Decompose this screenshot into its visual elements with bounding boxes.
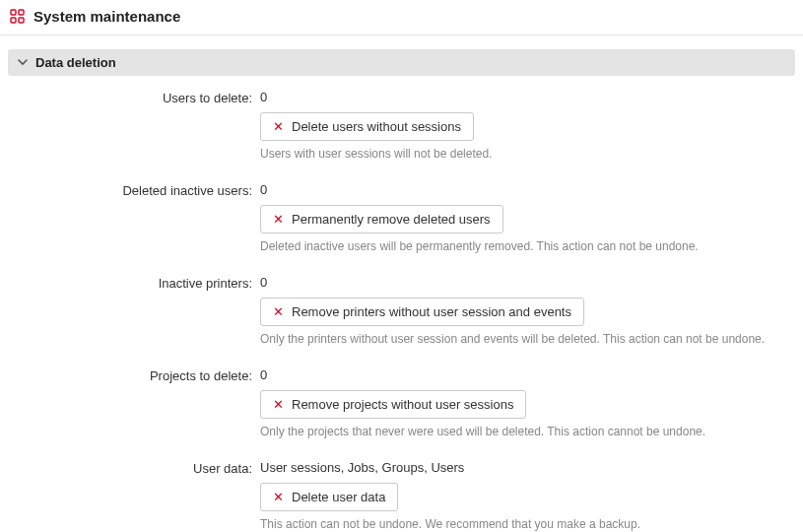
row-users-to-delete: Users to delete: 0 ✕ Delete users withou… <box>8 90 795 161</box>
value: 0 <box>260 182 795 197</box>
button-label: Permanently remove deleted users <box>292 212 491 227</box>
button-label: Remove projects without user sessions <box>292 397 513 412</box>
content-area: Data deletion Users to delete: 0 ✕ Delet… <box>0 35 803 532</box>
svg-rect-2 <box>11 18 16 23</box>
row-label: Deleted inactive users: <box>8 182 260 198</box>
apps-grid-icon <box>10 9 26 25</box>
row-inactive-printers: Inactive printers: 0 ✕ Remove printers w… <box>8 275 795 346</box>
remove-projects-button[interactable]: ✕ Remove projects without user sessions <box>260 390 526 419</box>
chevron-down-icon <box>16 55 30 70</box>
hint-text: Deleted inactive users will be permanent… <box>260 239 795 253</box>
hint-text: Users with user sessions will not be del… <box>260 147 795 161</box>
hint-text: Only the printers without user session a… <box>260 332 795 346</box>
delete-user-data-button[interactable]: ✕ Delete user data <box>260 483 398 511</box>
value: User sessions, Jobs, Groups, Users <box>260 460 795 475</box>
hint-text: This action can not be undone. We recomm… <box>260 517 795 531</box>
row-body: 0 ✕ Remove projects without user session… <box>260 367 795 438</box>
x-icon: ✕ <box>273 491 284 503</box>
row-label: Users to delete: <box>8 90 260 105</box>
section-header-data-deletion[interactable]: Data deletion <box>8 49 795 76</box>
page-title: System maintenance <box>33 8 180 25</box>
row-body: User sessions, Jobs, Groups, Users ✕ Del… <box>260 460 795 531</box>
x-icon: ✕ <box>273 305 284 318</box>
row-body: 0 ✕ Remove printers without user session… <box>260 275 795 346</box>
svg-rect-3 <box>19 18 24 23</box>
button-label: Remove printers without user session and… <box>292 304 571 319</box>
x-icon: ✕ <box>273 120 284 133</box>
button-label: Delete user data <box>292 490 385 504</box>
section-body: Users to delete: 0 ✕ Delete users withou… <box>8 76 795 531</box>
row-label: Projects to delete: <box>8 367 260 383</box>
remove-printers-button[interactable]: ✕ Remove printers without user session a… <box>260 298 584 326</box>
delete-users-without-sessions-button[interactable]: ✕ Delete users without sessions <box>260 112 474 141</box>
section-title: Data deletion <box>35 55 116 70</box>
row-label: User data: <box>8 460 260 476</box>
svg-rect-1 <box>19 10 24 15</box>
hint-text: Only the projects that never were used w… <box>260 425 795 438</box>
value: 0 <box>260 275 795 290</box>
row-label: Inactive printers: <box>8 275 260 291</box>
value: 0 <box>260 90 795 104</box>
svg-rect-0 <box>11 10 16 15</box>
x-icon: ✕ <box>273 213 284 226</box>
row-user-data: User data: User sessions, Jobs, Groups, … <box>8 460 795 531</box>
permanently-remove-deleted-users-button[interactable]: ✕ Permanently remove deleted users <box>260 205 503 233</box>
value: 0 <box>260 367 795 382</box>
row-deleted-inactive-users: Deleted inactive users: 0 ✕ Permanently … <box>8 182 795 253</box>
row-body: 0 ✕ Delete users without sessions Users … <box>260 90 795 161</box>
page-header: System maintenance <box>0 0 803 35</box>
row-body: 0 ✕ Permanently remove deleted users Del… <box>260 182 795 253</box>
button-label: Delete users without sessions <box>292 119 461 134</box>
x-icon: ✕ <box>273 398 284 411</box>
row-projects-to-delete: Projects to delete: 0 ✕ Remove projects … <box>8 367 795 438</box>
